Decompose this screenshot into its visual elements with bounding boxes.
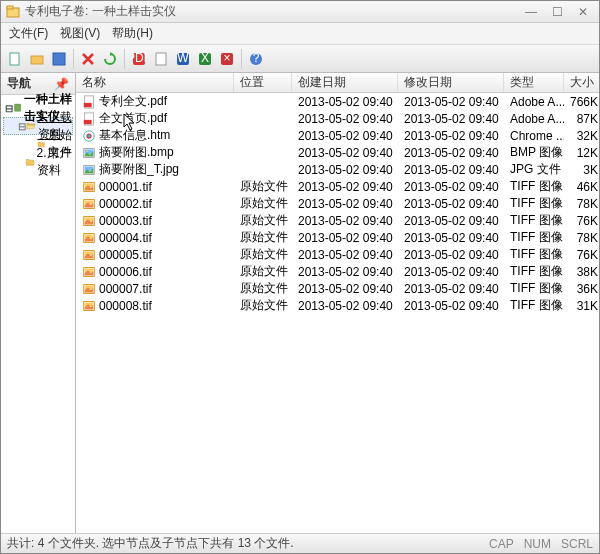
col-size[interactable]: 大小 — [564, 73, 599, 92]
toolbar-help-icon[interactable]: ? — [246, 49, 266, 69]
toolbar-doc-icon[interactable] — [151, 49, 171, 69]
file-modified: 2013-05-02 09:40 — [398, 231, 504, 245]
svg-point-26 — [86, 150, 88, 152]
col-name[interactable]: 名称 — [76, 73, 234, 92]
file-size: 46KB — [564, 180, 599, 194]
list-header: 名称 位置 创建日期 修改日期 类型 大小 — [76, 73, 599, 93]
file-type: TIFF 图像 — [504, 297, 564, 314]
file-row[interactable]: 000001.tif原始文件2013-05-02 09:402013-05-02… — [76, 178, 599, 195]
minimize-button[interactable]: — — [519, 4, 543, 20]
file-modified: 2013-05-02 09:40 — [398, 265, 504, 279]
file-row[interactable]: 000002.tif原始文件2013-05-02 09:402013-05-02… — [76, 195, 599, 212]
file-row[interactable]: 全文首页.pdf2013-05-02 09:402013-05-02 09:40… — [76, 110, 599, 127]
menu-help[interactable]: 帮助(H) — [112, 25, 153, 42]
svg-rect-3 — [31, 56, 43, 64]
file-location: 原始文件 — [234, 178, 292, 195]
status-scrl: SCRL — [561, 537, 593, 551]
file-size: 87KB — [564, 112, 599, 126]
toolbar-new-icon[interactable] — [5, 49, 25, 69]
file-location: 原始文件 — [234, 195, 292, 212]
file-modified: 2013-05-02 09:40 — [398, 282, 504, 296]
file-type: TIFF 图像 — [504, 212, 564, 229]
file-type: TIFF 图像 — [504, 195, 564, 212]
file-type: TIFF 图像 — [504, 280, 564, 297]
folder-icon — [25, 157, 35, 167]
statusbar: 共计: 4 个文件夹. 选中节点及子节点下共有 13 个文件. CAP NUM … — [1, 533, 599, 553]
col-modified[interactable]: 修改日期 — [398, 73, 504, 92]
toolbar-open-icon[interactable] — [27, 49, 47, 69]
svg-rect-16 — [15, 105, 21, 112]
toolbar-delete-icon[interactable] — [78, 49, 98, 69]
col-created[interactable]: 创建日期 — [292, 73, 398, 92]
file-created: 2013-05-02 09:40 — [292, 197, 398, 211]
col-location[interactable]: 位置 — [234, 73, 292, 92]
titlebar[interactable]: 专利电子卷: 一种土样击实仪 — ☐ ✕ — [1, 1, 599, 23]
file-list-panel: 名称 位置 创建日期 修改日期 类型 大小 专利全文.pdf2013-05-02… — [76, 73, 599, 533]
nav-tree: ⊟ 一种土样击实仪 ⊟ 1.下载资料 原始文件 2.用户资料 — [1, 95, 75, 533]
file-location: 原始文件 — [234, 229, 292, 246]
toolbar-divider — [241, 49, 242, 69]
menubar: 文件(F) 视图(V) 帮助(H) — [1, 23, 599, 45]
file-location: 原始文件 — [234, 246, 292, 263]
file-modified: 2013-05-02 09:40 — [398, 146, 504, 160]
close-button[interactable]: ✕ — [571, 4, 595, 20]
toolbar: PDF W X × ? — [1, 45, 599, 73]
file-size: 78KB — [564, 197, 599, 211]
file-row[interactable]: 摘要附图_T.jpg2013-05-02 09:402013-05-02 09:… — [76, 161, 599, 178]
file-size: 36KB — [564, 282, 599, 296]
file-row[interactable]: 000003.tif原始文件2013-05-02 09:402013-05-02… — [76, 212, 599, 229]
tree-node-user[interactable]: 2.用户资料 — [3, 153, 73, 171]
file-row[interactable]: 000006.tif原始文件2013-05-02 09:402013-05-02… — [76, 263, 599, 280]
file-name: 摘要附图.bmp — [99, 144, 174, 161]
file-name: 000005.tif — [99, 248, 152, 262]
app-window: 专利电子卷: 一种土样击实仪 — ☐ ✕ 文件(F) 视图(V) 帮助(H) P… — [0, 0, 600, 554]
pin-icon[interactable]: 📌 — [54, 77, 69, 91]
toolbar-refresh-icon[interactable] — [100, 49, 120, 69]
nav-panel: 导航 📌 ⊟ 一种土样击实仪 ⊟ 1.下载资料 原始文件 — [1, 73, 76, 533]
file-created: 2013-05-02 09:40 — [292, 95, 398, 109]
list-body[interactable]: 专利全文.pdf2013-05-02 09:402013-05-02 09:40… — [76, 93, 599, 533]
file-name: 000004.tif — [99, 231, 152, 245]
expand-icon[interactable]: ⊟ — [18, 121, 26, 132]
svg-rect-18 — [84, 102, 92, 106]
file-created: 2013-05-02 09:40 — [292, 129, 398, 143]
menu-view[interactable]: 视图(V) — [60, 25, 100, 42]
file-row[interactable]: 000005.tif原始文件2013-05-02 09:402013-05-02… — [76, 246, 599, 263]
toolbar-save-icon[interactable] — [49, 49, 69, 69]
expand-icon[interactable]: ⊟ — [5, 103, 13, 114]
col-type[interactable]: 类型 — [504, 73, 564, 92]
file-row[interactable]: 000004.tif原始文件2013-05-02 09:402013-05-02… — [76, 229, 599, 246]
file-created: 2013-05-02 09:40 — [292, 231, 398, 245]
file-modified: 2013-05-02 09:40 — [398, 214, 504, 228]
file-row[interactable]: 基本信息.htm2013-05-02 09:402013-05-02 09:40… — [76, 127, 599, 144]
file-location: 原始文件 — [234, 263, 292, 280]
file-name: 000001.tif — [99, 180, 152, 194]
file-created: 2013-05-02 09:40 — [292, 248, 398, 262]
file-name: 000008.tif — [99, 299, 152, 313]
file-row[interactable]: 专利全文.pdf2013-05-02 09:402013-05-02 09:40… — [76, 93, 599, 110]
toolbar-word-icon[interactable]: W — [173, 49, 193, 69]
maximize-button[interactable]: ☐ — [545, 4, 569, 20]
file-row[interactable]: 000008.tif原始文件2013-05-02 09:402013-05-02… — [76, 297, 599, 314]
file-modified: 2013-05-02 09:40 — [398, 197, 504, 211]
file-row[interactable]: 000007.tif原始文件2013-05-02 09:402013-05-02… — [76, 280, 599, 297]
svg-rect-4 — [53, 53, 65, 65]
svg-text:X: X — [201, 51, 209, 65]
toolbar-divider — [124, 49, 125, 69]
file-modified: 2013-05-02 09:40 — [398, 129, 504, 143]
file-created: 2013-05-02 09:40 — [292, 163, 398, 177]
file-type: BMP 图像 — [504, 144, 564, 161]
menu-file[interactable]: 文件(F) — [9, 25, 48, 42]
toolbar-close-icon[interactable]: × — [217, 49, 237, 69]
toolbar-pdf-icon[interactable]: PDF — [129, 49, 149, 69]
svg-text:W: W — [177, 51, 189, 65]
file-type: TIFF 图像 — [504, 229, 564, 246]
toolbar-excel-icon[interactable]: X — [195, 49, 215, 69]
file-created: 2013-05-02 09:40 — [292, 214, 398, 228]
file-type: JPG 文件 — [504, 161, 564, 178]
file-row[interactable]: 摘要附图.bmp2013-05-02 09:402013-05-02 09:40… — [76, 144, 599, 161]
file-created: 2013-05-02 09:40 — [292, 299, 398, 313]
file-type: Chrome ... — [504, 129, 564, 143]
file-location: 原始文件 — [234, 280, 292, 297]
window-title: 专利电子卷: 一种土样击实仪 — [25, 3, 519, 20]
